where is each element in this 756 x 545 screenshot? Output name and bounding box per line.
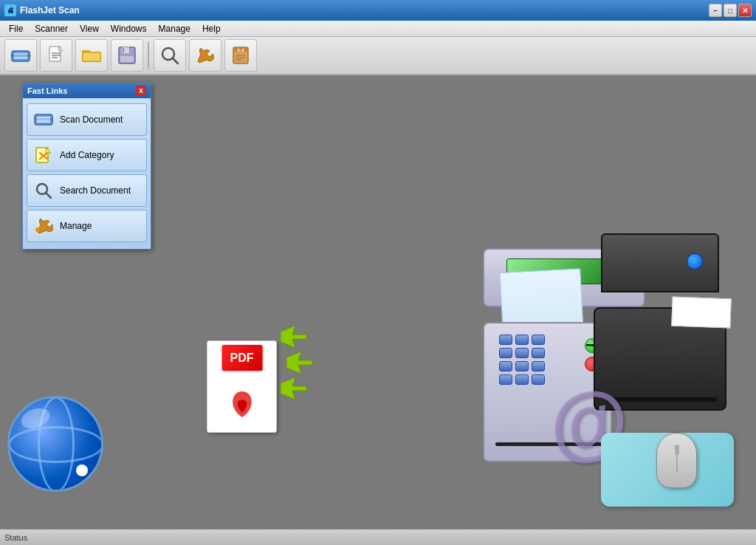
fl-add-category[interactable]: Add Category [27, 139, 147, 171]
svg-rect-7 [83, 52, 100, 61]
fl-scan-document-label: Scan Document [60, 114, 123, 125]
pdf-document-illustration: PDF [207, 340, 277, 433]
fast-links-close-button[interactable]: X [136, 86, 146, 96]
fl-manage-label: Manage [60, 221, 92, 231]
save-toolbar-button[interactable] [111, 39, 143, 72]
add-category-icon [33, 145, 54, 165]
close-button[interactable]: ✕ [738, 4, 752, 17]
arrows-illustration [281, 326, 312, 400]
index-toolbar-button[interactable]: A-Z [224, 39, 257, 72]
svg-rect-2 [10, 55, 31, 57]
svg-point-26 [35, 227, 40, 232]
svg-text:A-Z: A-Z [237, 48, 244, 52]
status-text: Status [4, 533, 27, 542]
main-area: Fast Links X Scan Document [0, 75, 756, 529]
minimize-button[interactable]: – [709, 4, 722, 17]
fl-search-document-label: Search Document [60, 185, 131, 196]
window-controls: – □ ✕ [709, 4, 752, 17]
mouse-illustration [656, 433, 697, 488]
svg-marker-28 [286, 352, 312, 374]
fast-links-header: Fast Links X [23, 83, 151, 98]
toolbar-separator-1 [148, 42, 149, 69]
menu-bar: File Scanner View Windows Manage Help [0, 21, 756, 37]
svg-rect-11 [120, 56, 134, 62]
toolbar: A-Z [0, 37, 756, 75]
menu-help[interactable]: Help [196, 22, 227, 35]
menu-scanner[interactable]: Scanner [29, 22, 74, 35]
manage-icon [33, 216, 54, 236]
menu-windows[interactable]: Windows [105, 22, 153, 35]
menu-file[interactable]: File [3, 22, 29, 35]
search-document-icon [33, 180, 54, 201]
fl-add-category-label: Add Category [60, 150, 114, 160]
fl-scan-document[interactable]: Scan Document [27, 103, 147, 136]
svg-rect-10 [123, 48, 124, 52]
status-bar: Status [0, 529, 756, 545]
fl-manage[interactable]: Manage [27, 210, 147, 242]
svg-marker-27 [281, 326, 306, 348]
title-left: 🖨 FlashJet Scan [4, 4, 80, 16]
scan-document-icon [33, 109, 54, 130]
globe-decoration [7, 396, 103, 492]
maximize-button[interactable]: □ [724, 4, 737, 17]
menu-view[interactable]: View [74, 22, 105, 35]
svg-rect-22 [34, 118, 53, 120]
app-icon: 🖨 [4, 4, 16, 16]
tools-toolbar-button[interactable] [189, 39, 221, 72]
app-title: FlashJet Scan [20, 5, 80, 16]
search-toolbar-button[interactable] [154, 39, 186, 72]
title-bar: 🖨 FlashJet Scan – □ ✕ [0, 0, 756, 21]
fl-search-document[interactable]: Search Document [27, 174, 147, 207]
folder-toolbar-button[interactable] [75, 39, 108, 72]
scan-toolbar-button[interactable] [4, 39, 37, 72]
svg-line-25 [46, 193, 51, 198]
svg-line-13 [173, 58, 178, 64]
fast-links-panel: Fast Links X Scan Document [22, 83, 151, 250]
menu-manage[interactable]: Manage [153, 22, 196, 35]
fast-links-title: Fast Links [27, 86, 67, 95]
svg-marker-29 [281, 377, 306, 400]
document-toolbar-button[interactable] [40, 39, 72, 72]
